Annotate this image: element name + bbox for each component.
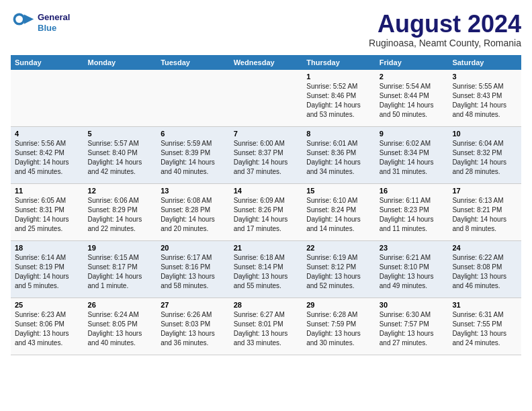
calendar-cell: 24Sunrise: 6:22 AM Sunset: 8:08 PM Dayli… xyxy=(448,241,521,298)
day-number: 17 xyxy=(452,187,517,195)
day-info: Sunrise: 5:57 AM Sunset: 8:40 PM Dayligh… xyxy=(88,139,153,177)
calendar-cell: 25Sunrise: 6:23 AM Sunset: 8:06 PM Dayli… xyxy=(11,298,84,355)
column-header-sunday: Sunday xyxy=(11,55,84,70)
calendar-cell: 11Sunrise: 6:05 AM Sunset: 8:31 PM Dayli… xyxy=(11,184,84,241)
calendar-cell: 8Sunrise: 6:01 AM Sunset: 8:36 PM Daylig… xyxy=(302,127,375,184)
calendar-cell: 3Sunrise: 5:55 AM Sunset: 8:43 PM Daylig… xyxy=(448,70,521,127)
day-number: 9 xyxy=(380,130,445,138)
day-info: Sunrise: 6:18 AM Sunset: 8:14 PM Dayligh… xyxy=(234,253,299,291)
day-number: 25 xyxy=(15,301,80,309)
logo-line1: General xyxy=(38,12,70,23)
calendar-cell: 2Sunrise: 5:54 AM Sunset: 8:44 PM Daylig… xyxy=(375,70,449,127)
column-header-tuesday: Tuesday xyxy=(157,55,230,70)
column-header-monday: Monday xyxy=(84,55,157,70)
column-header-wednesday: Wednesday xyxy=(230,55,303,70)
day-number: 19 xyxy=(88,244,153,252)
calendar-cell: 7Sunrise: 6:00 AM Sunset: 8:37 PM Daylig… xyxy=(230,127,303,184)
day-number: 26 xyxy=(88,301,153,309)
day-number: 11 xyxy=(15,187,80,195)
day-info: Sunrise: 6:02 AM Sunset: 8:34 PM Dayligh… xyxy=(380,139,445,177)
day-info: Sunrise: 6:30 AM Sunset: 7:57 PM Dayligh… xyxy=(380,310,445,348)
day-info: Sunrise: 6:01 AM Sunset: 8:36 PM Dayligh… xyxy=(306,139,371,177)
day-number: 13 xyxy=(161,187,226,195)
calendar-week-row: 1Sunrise: 5:52 AM Sunset: 8:46 PM Daylig… xyxy=(11,70,521,127)
day-number: 1 xyxy=(306,73,371,81)
calendar-week-row: 11Sunrise: 6:05 AM Sunset: 8:31 PM Dayli… xyxy=(11,184,521,241)
day-info: Sunrise: 6:13 AM Sunset: 8:21 PM Dayligh… xyxy=(452,196,517,234)
day-info: Sunrise: 6:17 AM Sunset: 8:16 PM Dayligh… xyxy=(161,253,226,291)
calendar-cell: 6Sunrise: 5:59 AM Sunset: 8:39 PM Daylig… xyxy=(157,127,230,184)
calendar-cell xyxy=(230,70,303,127)
calendar-cell: 4Sunrise: 5:56 AM Sunset: 8:42 PM Daylig… xyxy=(11,127,84,184)
day-info: Sunrise: 6:21 AM Sunset: 8:10 PM Dayligh… xyxy=(380,253,445,291)
day-number: 28 xyxy=(234,301,299,309)
day-number: 3 xyxy=(452,73,517,81)
logo-icon xyxy=(11,11,35,35)
calendar-cell: 10Sunrise: 6:04 AM Sunset: 8:32 PM Dayli… xyxy=(448,127,521,184)
calendar-cell: 30Sunrise: 6:30 AM Sunset: 7:57 PM Dayli… xyxy=(375,298,449,355)
day-number: 4 xyxy=(15,130,80,138)
calendar-cell: 21Sunrise: 6:18 AM Sunset: 8:14 PM Dayli… xyxy=(230,241,303,298)
day-info: Sunrise: 5:52 AM Sunset: 8:46 PM Dayligh… xyxy=(306,82,371,120)
day-number: 31 xyxy=(452,301,517,309)
calendar-week-row: 18Sunrise: 6:14 AM Sunset: 8:19 PM Dayli… xyxy=(11,241,521,298)
day-info: Sunrise: 6:04 AM Sunset: 8:32 PM Dayligh… xyxy=(452,139,517,177)
calendar-cell: 29Sunrise: 6:28 AM Sunset: 7:59 PM Dayli… xyxy=(302,298,375,355)
calendar-cell xyxy=(84,70,157,127)
calendar-cell: 26Sunrise: 6:24 AM Sunset: 8:05 PM Dayli… xyxy=(84,298,157,355)
logo-line2: Blue xyxy=(38,23,70,34)
day-number: 29 xyxy=(306,301,371,309)
month-year: August 2024 xyxy=(369,11,521,38)
day-info: Sunrise: 6:06 AM Sunset: 8:29 PM Dayligh… xyxy=(88,196,153,234)
day-number: 18 xyxy=(15,244,80,252)
day-info: Sunrise: 6:00 AM Sunset: 8:37 PM Dayligh… xyxy=(234,139,299,177)
day-number: 23 xyxy=(380,244,445,252)
day-info: Sunrise: 6:08 AM Sunset: 8:28 PM Dayligh… xyxy=(161,196,226,234)
column-header-thursday: Thursday xyxy=(302,55,375,70)
calendar-week-row: 25Sunrise: 6:23 AM Sunset: 8:06 PM Dayli… xyxy=(11,298,521,355)
day-info: Sunrise: 6:28 AM Sunset: 7:59 PM Dayligh… xyxy=(306,310,371,348)
day-number: 24 xyxy=(452,244,517,252)
calendar-cell: 17Sunrise: 6:13 AM Sunset: 8:21 PM Dayli… xyxy=(448,184,521,241)
day-number: 10 xyxy=(452,130,517,138)
day-info: Sunrise: 5:56 AM Sunset: 8:42 PM Dayligh… xyxy=(15,139,80,177)
location: Ruginoasa, Neamt County, Romania xyxy=(369,38,521,48)
calendar-cell: 27Sunrise: 6:26 AM Sunset: 8:03 PM Dayli… xyxy=(157,298,230,355)
calendar-week-row: 4Sunrise: 5:56 AM Sunset: 8:42 PM Daylig… xyxy=(11,127,521,184)
calendar-cell: 23Sunrise: 6:21 AM Sunset: 8:10 PM Dayli… xyxy=(375,241,449,298)
day-info: Sunrise: 5:54 AM Sunset: 8:44 PM Dayligh… xyxy=(380,82,445,120)
day-number: 2 xyxy=(380,73,445,81)
calendar-cell xyxy=(11,70,84,127)
day-info: Sunrise: 6:27 AM Sunset: 8:01 PM Dayligh… xyxy=(234,310,299,348)
calendar-cell: 16Sunrise: 6:11 AM Sunset: 8:23 PM Dayli… xyxy=(375,184,449,241)
day-info: Sunrise: 6:10 AM Sunset: 8:24 PM Dayligh… xyxy=(306,196,371,234)
day-info: Sunrise: 6:23 AM Sunset: 8:06 PM Dayligh… xyxy=(15,310,80,348)
day-info: Sunrise: 5:55 AM Sunset: 8:43 PM Dayligh… xyxy=(452,82,517,120)
calendar-cell: 18Sunrise: 6:14 AM Sunset: 8:19 PM Dayli… xyxy=(11,241,84,298)
calendar-table: SundayMondayTuesdayWednesdayThursdayFrid… xyxy=(11,55,521,356)
day-number: 15 xyxy=(306,187,371,195)
day-number: 8 xyxy=(306,130,371,138)
calendar-cell: 22Sunrise: 6:19 AM Sunset: 8:12 PM Dayli… xyxy=(302,241,375,298)
day-number: 22 xyxy=(306,244,371,252)
day-number: 16 xyxy=(380,187,445,195)
calendar-cell xyxy=(157,70,230,127)
column-header-friday: Friday xyxy=(375,55,449,70)
day-info: Sunrise: 6:09 AM Sunset: 8:26 PM Dayligh… xyxy=(234,196,299,234)
calendar-cell: 9Sunrise: 6:02 AM Sunset: 8:34 PM Daylig… xyxy=(375,127,449,184)
calendar-cell: 5Sunrise: 5:57 AM Sunset: 8:40 PM Daylig… xyxy=(84,127,157,184)
calendar-cell: 15Sunrise: 6:10 AM Sunset: 8:24 PM Dayli… xyxy=(302,184,375,241)
column-header-saturday: Saturday xyxy=(448,55,521,70)
day-info: Sunrise: 6:05 AM Sunset: 8:31 PM Dayligh… xyxy=(15,196,80,234)
day-number: 27 xyxy=(161,301,226,309)
day-info: Sunrise: 6:11 AM Sunset: 8:23 PM Dayligh… xyxy=(380,196,445,234)
day-info: Sunrise: 6:22 AM Sunset: 8:08 PM Dayligh… xyxy=(452,253,517,291)
calendar-cell: 20Sunrise: 6:17 AM Sunset: 8:16 PM Dayli… xyxy=(157,241,230,298)
day-number: 14 xyxy=(234,187,299,195)
title-area: August 2024 Ruginoasa, Neamt County, Rom… xyxy=(369,11,521,48)
day-info: Sunrise: 6:24 AM Sunset: 8:05 PM Dayligh… xyxy=(88,310,153,348)
day-number: 12 xyxy=(88,187,153,195)
day-info: Sunrise: 6:26 AM Sunset: 8:03 PM Dayligh… xyxy=(161,310,226,348)
calendar-cell: 12Sunrise: 6:06 AM Sunset: 8:29 PM Dayli… xyxy=(84,184,157,241)
calendar-cell: 1Sunrise: 5:52 AM Sunset: 8:46 PM Daylig… xyxy=(302,70,375,127)
